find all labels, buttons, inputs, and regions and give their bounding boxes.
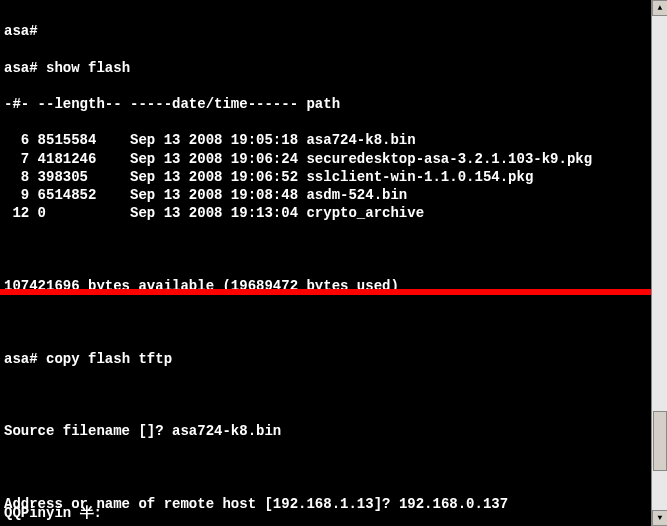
remote-host-line: Address or name of remote host [192.168.… bbox=[4, 495, 663, 513]
scrollbar[interactable]: ▲ ▼ bbox=[651, 0, 667, 526]
table-row: 12 0 Sep 13 2008 19:13:04 crypto_archive bbox=[4, 204, 663, 222]
flash-table: 6 8515584 Sep 13 2008 19:05:18 asa724-k8… bbox=[4, 131, 663, 222]
command-line: asa# copy flash tftp bbox=[4, 350, 663, 368]
flash-header: -#- --length-- -----date/time------ path bbox=[4, 95, 663, 113]
source-filename-line: Source filename []? asa724-k8.bin bbox=[4, 422, 663, 440]
source-value: asa724-k8.bin bbox=[172, 423, 281, 439]
scroll-down-button[interactable]: ▼ bbox=[652, 510, 667, 526]
highlight-line bbox=[0, 289, 667, 295]
blank-line bbox=[4, 313, 663, 331]
blank-line bbox=[4, 386, 663, 404]
scrollbar-thumb[interactable] bbox=[653, 411, 667, 471]
table-row: 7 4181246 Sep 13 2008 19:06:24 securedes… bbox=[4, 150, 663, 168]
ime-status-bar: QQPinyin 半: bbox=[4, 504, 102, 522]
scrollbar-track[interactable] bbox=[652, 16, 667, 510]
command-line: asa# show flash bbox=[4, 59, 663, 77]
table-row: 6 8515584 Sep 13 2008 19:05:18 asa724-k8… bbox=[4, 131, 663, 149]
command-copy: copy flash tftp bbox=[46, 351, 172, 367]
scroll-up-button[interactable]: ▲ bbox=[652, 0, 667, 16]
blank-line bbox=[4, 240, 663, 258]
table-row: 8 398305 Sep 13 2008 19:06:52 sslclient-… bbox=[4, 168, 663, 186]
command-show-flash: show flash bbox=[46, 60, 130, 76]
addr-value: 192.168.0.137 bbox=[399, 496, 508, 512]
prompt-line: asa# bbox=[4, 22, 663, 40]
source-prompt: Source filename []? bbox=[4, 423, 172, 439]
table-row: 9 6514852 Sep 13 2008 19:08:48 asdm-524.… bbox=[4, 186, 663, 204]
terminal-output[interactable]: asa# asa# show flash -#- --length-- ----… bbox=[0, 0, 667, 526]
prompt: asa# bbox=[4, 351, 46, 367]
blank-line bbox=[4, 459, 663, 477]
prompt: asa# bbox=[4, 60, 46, 76]
